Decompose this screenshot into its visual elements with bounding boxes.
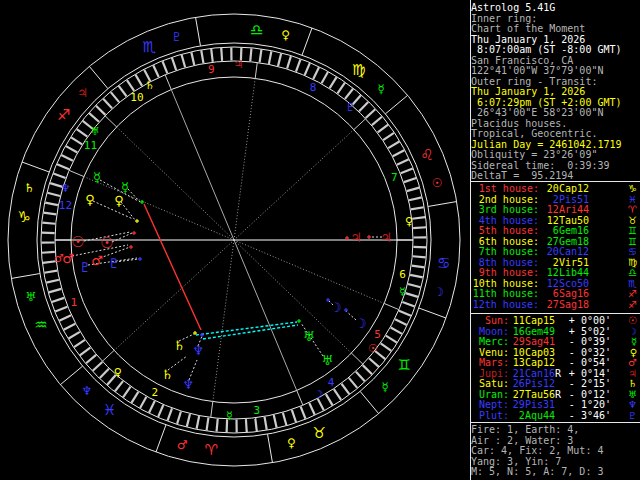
sign-pisces-ruler-icon: ♆ (82, 384, 93, 398)
sign-divider (89, 66, 108, 88)
house-cusp-9 (234, 78, 255, 240)
house-number-11: 11 (84, 139, 97, 152)
summary-line-4: M: 5, N: 5, A: 7, D: 3 (471, 467, 639, 478)
house-row-9: 9th house:12Lib44♎ (471, 268, 639, 279)
header-line-12: Tropical, Geocentric. (471, 129, 639, 140)
planet-row-sun: Sun:11Cap15+ 0°00'☉ (471, 316, 639, 327)
natal-sun-icon: ☉ (100, 234, 113, 252)
planet-icon: ♆ (611, 400, 639, 411)
transit-jupiter-icon: ♃ (380, 230, 392, 245)
transit-mars-icon: ♂ (62, 251, 74, 266)
house-cusp-outer-8 (354, 119, 366, 130)
sign-libra-ruler-icon: ♀ (281, 28, 290, 42)
header-line-0: Astrolog 5.41G (471, 3, 639, 14)
transit-pluto-icon: ♇ (79, 260, 91, 275)
house-cusp-3 (213, 240, 234, 402)
house-number-2: 2 (152, 386, 159, 399)
astrolog-window: ♈♂♉♀♊☿♋☽♌☉♍☿♎♀♏♇♐♃♑♄♒♅♓♆1♂2♀3☿4☽5☉6☿7♀8♇… (0, 0, 640, 480)
sign-scorpio-ruler-icon: ♇ (171, 30, 182, 44)
header-line-14: Obliquity = 23°26'09" (471, 150, 639, 161)
sign-divider (302, 28, 312, 55)
sign-pisces-icon: ♓ (103, 401, 116, 419)
planet-table: Sun:11Cap15+ 0°00'☉Moon:16Gem49+ 5°02'☽M… (471, 316, 639, 421)
house-table: 1st house:20Cap12♑2nd house: 2Pis51♓3rd … (471, 184, 639, 310)
sign-aries-ruler-icon: ♂ (177, 438, 188, 452)
sign-leo-icon: ♌ (420, 146, 433, 164)
sign-divider (385, 95, 407, 114)
sign-cancer-ruler-icon: ☽ (433, 285, 444, 299)
chart-wheel: ♈♂♉♀♊☿♋☽♌☉♍☿♎♀♏♇♐♃♑♄♒♅♓♆1♂2♀3☿4☽5☉6☿7♀8♇… (0, 0, 470, 480)
natal-jupiter-icon: ♃ (350, 230, 362, 245)
planet-icon: ☿ (611, 337, 639, 348)
house-cusp-outer-6 (384, 303, 399, 309)
house-number-6: 6 (399, 268, 406, 281)
pointer-line-5 (112, 233, 132, 242)
sign-taurus-icon: ♉ (312, 424, 325, 442)
separator-planets (471, 313, 640, 314)
house-number-1: 1 (70, 296, 77, 309)
house-cusp-outer-5 (351, 353, 363, 364)
aspect-line-1 (196, 322, 297, 335)
natal-moon-icon: ☽ (330, 300, 342, 315)
sign-leo-ruler-icon: ☉ (432, 176, 443, 190)
summary-line-0: Fire: 1, Earth: 4, (471, 425, 639, 436)
sign-divider (196, 17, 201, 46)
summary-line-2: Car: 4, Fix: 2, Mut: 4 (471, 446, 639, 457)
house-cusp-11 (117, 127, 234, 240)
house-row-1: 1st house:20Cap12♑ (471, 184, 639, 195)
separator-summary (471, 422, 640, 423)
sign-aries-icon: ♈ (204, 441, 217, 459)
sign-taurus-ruler-icon: ♀ (287, 436, 296, 450)
planet-icon: ♄ (611, 379, 639, 390)
sign-divider (22, 162, 49, 172)
element-summary: Fire: 1, Earth: 4,Air : 2, Water: 3Car: … (471, 425, 639, 478)
transit-saturn-icon: ♄ (161, 367, 173, 382)
house-cusp-5 (234, 240, 351, 353)
natal-pluto-icon: ♇ (108, 256, 120, 271)
house-ruler-11-icon: ♅ (90, 125, 100, 138)
natal-venus-icon: ♀ (114, 193, 124, 208)
sign-gemini-ruler-icon: ☿ (382, 380, 389, 394)
house-cusp-outer-9 (255, 63, 257, 79)
planet-row-satu: Satu:26Pis12- 2°15'♄ (471, 379, 639, 390)
sign-libra-icon: ♎ (250, 21, 263, 39)
house-number-12: 12 (59, 199, 72, 212)
pointer-line-1 (128, 189, 140, 202)
transit-neptune-icon: ♆ (182, 377, 194, 392)
house-row-12: 12th house:27Sag18♐ (471, 300, 639, 311)
sign-divider (60, 366, 82, 385)
house-ruler-12-icon: ♆ (61, 182, 71, 195)
natal-saturn-icon: ♄ (173, 338, 185, 353)
sign-divider (419, 308, 446, 318)
natal-mars-icon: ♂ (91, 253, 103, 268)
house-sign-icon: ♐ (589, 289, 639, 300)
header-line-4: 8:07:00am (ST -8:00 GMT) (471, 45, 639, 56)
planet-icon: ♂ (611, 358, 639, 369)
planet-row-plut: Plut: 2Aqu44- 3°46'♇ (471, 411, 639, 422)
house-cusp-8 (234, 130, 354, 240)
house-ruler-9-icon: ♃ (234, 58, 244, 71)
house-sign-icon: ♑ (589, 184, 639, 195)
house-number-10: 10 (130, 91, 143, 104)
sign-virgo-ruler-icon: ☿ (377, 82, 384, 96)
house-cusp-outer-11 (105, 116, 117, 127)
sign-aquarius-icon: ♒ (34, 316, 47, 334)
house-sign-icon: ♋ (589, 247, 639, 258)
natal-neptune-icon: ♆ (192, 343, 204, 358)
sign-sagittarius-icon: ♐ (57, 106, 70, 124)
house-row-3: 3rd house:12Ari44♈ (471, 205, 639, 216)
transit-uranus-icon: ♅ (321, 353, 333, 368)
sign-divider (268, 434, 273, 463)
header-line-8: Thu January 1, 2026 (471, 87, 639, 98)
header-line-2: Chart of the Moment (471, 24, 639, 35)
planet-row-nept: Nept:29Pis31- 1°20'♆ (471, 400, 639, 411)
header-line-16: DeltaT = 95.2194 (471, 171, 639, 182)
house-cusp-outer-4 (297, 390, 303, 405)
house-number-5: 5 (374, 328, 381, 341)
house-row-11: 11th house: 6Sag16♐ (471, 289, 639, 300)
house-cusp-outer-10 (165, 75, 171, 90)
sign-virgo-icon: ♍ (352, 61, 365, 79)
sign-divider (11, 274, 40, 279)
transit-venus-icon: ♀ (85, 192, 95, 207)
house-row-7: 7th house:20Can12♋ (471, 247, 639, 258)
